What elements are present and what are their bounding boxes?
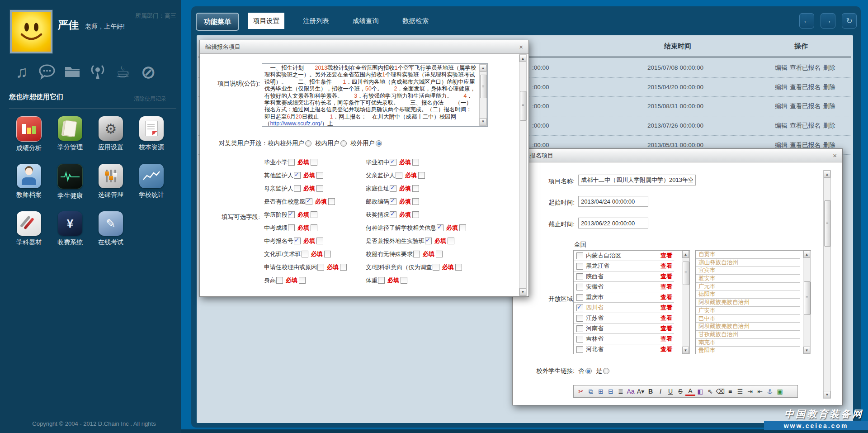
province-row[interactable]: 黑龙江省 查看	[574, 261, 674, 271]
scroll-up-button[interactable]: ▲	[519, 55, 526, 62]
scroll-thumb[interactable]	[480, 75, 487, 98]
function-menu-button[interactable]: 功能菜单	[196, 13, 239, 31]
scroll-thumb[interactable]	[520, 91, 527, 121]
image-icon[interactable]: ▣	[775, 386, 785, 396]
start-time-input[interactable]	[578, 196, 648, 207]
province-checkbox[interactable]	[576, 325, 583, 332]
city-row[interactable]: 雅安市	[696, 275, 800, 283]
required-checkbox[interactable]	[412, 159, 419, 166]
required-checkbox[interactable]	[299, 277, 306, 284]
align-icon[interactable]: ≡	[725, 386, 735, 396]
required-checkbox[interactable]	[418, 172, 425, 179]
outdent-icon[interactable]: ⇤	[755, 386, 765, 396]
app-online-exam[interactable]: 在线考试	[92, 211, 129, 247]
city-row[interactable]: 宜宾市	[696, 266, 800, 275]
view-registered-link[interactable]: 查看已报名	[790, 122, 821, 129]
city-row[interactable]: 贵阳市	[696, 347, 800, 354]
font-icon[interactable]: Aa	[626, 386, 636, 396]
field-checkbox[interactable]	[294, 238, 301, 244]
edit-link[interactable]: 编辑	[775, 84, 787, 90]
required-checkbox[interactable]	[401, 277, 407, 284]
city-row[interactable]: 广元市	[696, 283, 800, 291]
tab-score-query[interactable]: 成绩查询	[348, 13, 384, 29]
tab-data-search[interactable]: 数据检索	[397, 13, 434, 29]
province-checkbox[interactable]	[576, 263, 583, 270]
edit-link[interactable]: 编辑	[775, 122, 787, 129]
city-row[interactable]: 广安市	[696, 307, 800, 315]
avatar[interactable]	[10, 10, 52, 53]
view-link[interactable]: 查看	[660, 314, 672, 322]
required-checkbox[interactable]	[324, 251, 331, 257]
view-link[interactable]: 查看	[660, 345, 672, 353]
field-checkbox[interactable]	[390, 159, 396, 166]
province-row[interactable]: 安徽省 查看	[574, 282, 674, 292]
field-checkbox[interactable]	[425, 238, 432, 244]
province-row[interactable]: 河南省 查看	[574, 324, 674, 334]
field-checkbox[interactable]	[288, 211, 295, 218]
paste-text-icon[interactable]: ⊟	[606, 386, 616, 396]
field-checkbox[interactable]	[302, 251, 308, 257]
view-link[interactable]: 查看	[660, 262, 672, 270]
province-checkbox[interactable]	[576, 336, 583, 343]
app-app-settings[interactable]: 应用设置	[92, 116, 129, 152]
field-checkbox[interactable]	[390, 198, 396, 205]
field-checkbox[interactable]	[413, 251, 420, 257]
font-size-icon[interactable]: A▾	[636, 386, 646, 396]
forward-button[interactable]: →	[821, 13, 835, 29]
delete-link[interactable]: 删除	[823, 64, 835, 71]
field-checkbox[interactable]	[390, 211, 396, 218]
styles-icon[interactable]: ≣	[616, 386, 626, 396]
strikethrough-icon[interactable]: S	[675, 386, 685, 396]
province-row[interactable]: 陕西省 查看	[574, 271, 674, 282]
view-link[interactable]: 查看	[660, 252, 672, 260]
scroll-down-button[interactable]: ▼	[480, 118, 486, 125]
required-checkbox[interactable]	[340, 264, 347, 271]
scrollbar[interactable]: ▲ ▼	[823, 170, 831, 399]
scrollbar[interactable]: ▲ ▼	[519, 54, 527, 296]
scroll-down-button[interactable]: ▼	[519, 288, 526, 295]
tab-project-settings[interactable]: 项目设置	[248, 13, 284, 29]
field-checkbox[interactable]	[294, 185, 301, 192]
underline-icon[interactable]: U	[665, 386, 675, 396]
required-checkbox[interactable]	[311, 211, 317, 218]
link-option[interactable]: 是	[596, 367, 610, 375]
italic-icon[interactable]: I	[656, 386, 665, 396]
refresh-button[interactable]: ↻	[842, 13, 857, 29]
app-credit-management[interactable]: 学分管理	[52, 116, 89, 152]
scrollbar[interactable]: ▲ ▼	[803, 251, 811, 354]
field-checkbox[interactable]	[378, 277, 385, 284]
province-row[interactable]: 重庆市 查看	[574, 292, 674, 303]
cut-icon[interactable]: ✂	[576, 386, 586, 396]
dialog-titlebar[interactable]: 编辑报名项目 ×	[513, 149, 842, 162]
scroll-up-button[interactable]: ▲	[824, 171, 830, 178]
field-checkbox[interactable]	[288, 224, 295, 231]
scroll-thumb[interactable]	[804, 281, 811, 315]
indent-icon[interactable]: ⇥	[745, 386, 755, 396]
view-registered-link[interactable]: 查看已报名	[790, 103, 821, 109]
required-checkbox[interactable]	[412, 211, 419, 218]
province-checkbox[interactable]	[576, 273, 583, 280]
city-row[interactable]: 南充市	[696, 339, 800, 347]
clear-history-link[interactable]: 清除使用记录	[134, 95, 166, 103]
scroll-down-button[interactable]: ▼	[803, 347, 810, 354]
province-checkbox[interactable]	[576, 346, 583, 353]
app-school-statistics[interactable]: 学校统计	[133, 164, 170, 199]
edit-link[interactable]: 编辑	[775, 64, 787, 71]
field-checkbox[interactable]	[437, 224, 443, 231]
scrollbar[interactable]: ▲ ▼	[682, 251, 689, 354]
scroll-down-button[interactable]: ▼	[824, 391, 830, 398]
required-checkbox[interactable]	[412, 198, 419, 205]
view-link[interactable]: 查看	[660, 335, 672, 343]
required-checkbox[interactable]	[316, 172, 323, 179]
view-registered-link[interactable]: 查看已报名	[790, 64, 821, 71]
delete-link[interactable]: 删除	[823, 142, 835, 148]
bold-icon[interactable]: B	[646, 386, 656, 396]
text-color-icon[interactable]: A	[685, 387, 695, 396]
delete-link[interactable]: 删除	[823, 103, 835, 109]
required-checkbox[interactable]	[328, 198, 335, 205]
scroll-thumb[interactable]	[683, 262, 689, 285]
field-checkbox[interactable]	[433, 264, 439, 271]
field-checkbox[interactable]	[396, 172, 402, 179]
required-checkbox[interactable]	[316, 185, 323, 192]
province-checkbox[interactable]	[576, 252, 583, 259]
